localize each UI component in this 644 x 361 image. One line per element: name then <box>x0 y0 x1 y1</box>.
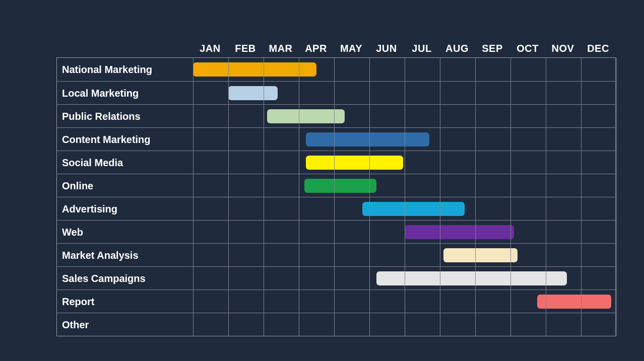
task-row: Content Marketing <box>57 127 615 151</box>
page: JAN FEB MAR APR MAY JUN JUL AUG SEP OCT … <box>0 0 644 361</box>
month-gridline <box>510 58 511 336</box>
month-label: SEP <box>475 43 510 54</box>
month-gridline <box>334 58 335 336</box>
bar-area <box>193 174 615 197</box>
month-label: JUL <box>404 43 439 54</box>
task-row: Advertising <box>57 197 615 220</box>
month-gridline <box>228 58 229 336</box>
gantt-body: National MarketingLocal MarketingPublic … <box>56 57 616 336</box>
bar-area <box>193 105 615 127</box>
task-bar <box>362 202 465 216</box>
task-name: Web <box>57 227 193 237</box>
task-name: Local Marketing <box>57 88 193 98</box>
month-gridline <box>440 58 440 336</box>
bar-area <box>193 128 615 151</box>
task-row: Online <box>57 174 615 197</box>
task-row: Public Relations <box>57 104 615 127</box>
gantt-chart: JAN FEB MAR APR MAY JUN JUL AUG SEP OCT … <box>56 39 616 336</box>
bar-area <box>193 58 615 81</box>
task-row: Other <box>57 313 615 336</box>
month-gridline <box>546 58 546 336</box>
bar-area <box>193 313 615 336</box>
task-name: Social Media <box>57 158 193 168</box>
bar-area <box>193 221 615 243</box>
month-label: DEC <box>581 43 616 54</box>
task-row: Local Marketing <box>57 81 615 104</box>
task-name: Public Relations <box>57 111 193 121</box>
task-row: Web <box>57 220 615 243</box>
month-gridline <box>616 58 617 336</box>
task-name: Online <box>57 181 193 191</box>
task-row: Sales Campaigns <box>57 266 615 290</box>
task-name: Market Analysis <box>57 250 193 260</box>
bar-area <box>193 267 615 290</box>
bar-area <box>193 290 615 313</box>
task-row: Report <box>57 290 615 313</box>
task-bar <box>267 109 345 123</box>
task-bar <box>306 132 429 147</box>
bar-area <box>193 82 615 104</box>
month-label: JUN <box>369 43 404 54</box>
task-row: Social Media <box>57 151 615 174</box>
task-name: Content Marketing <box>57 134 193 145</box>
month-gridline <box>369 58 370 336</box>
month-gridline <box>264 58 264 336</box>
task-bar <box>306 156 403 170</box>
month-gridline <box>581 58 582 336</box>
task-bar <box>537 295 611 309</box>
task-row: Market Analysis <box>57 243 615 266</box>
month-gridline <box>405 58 405 336</box>
month-label: FEB <box>228 43 263 54</box>
month-gridline <box>299 58 299 336</box>
task-bar <box>405 225 514 239</box>
month-label: MAY <box>334 43 369 54</box>
task-name: Report <box>57 297 193 307</box>
task-name: National Marketing <box>57 64 193 75</box>
month-label: JAN <box>192 43 228 54</box>
bar-area <box>193 244 615 266</box>
task-name: Other <box>57 320 193 330</box>
bar-area <box>193 151 615 174</box>
month-label: AUG <box>439 43 475 54</box>
month-axis: JAN FEB MAR APR MAY JUN JUL AUG SEP OCT … <box>192 39 616 57</box>
task-bar <box>304 179 377 193</box>
month-gridline <box>475 58 476 336</box>
bar-area <box>193 197 615 220</box>
task-bar <box>443 248 518 262</box>
month-label: APR <box>298 43 334 54</box>
task-bar <box>193 62 316 77</box>
task-bar <box>228 86 278 100</box>
month-label: MAR <box>263 43 298 54</box>
task-row: National Marketing <box>57 58 615 81</box>
task-name: Sales Campaigns <box>57 273 193 283</box>
month-label: NOV <box>545 43 581 54</box>
month-gridline <box>193 58 194 336</box>
month-label: OCT <box>510 43 545 54</box>
task-name: Advertising <box>57 204 193 214</box>
